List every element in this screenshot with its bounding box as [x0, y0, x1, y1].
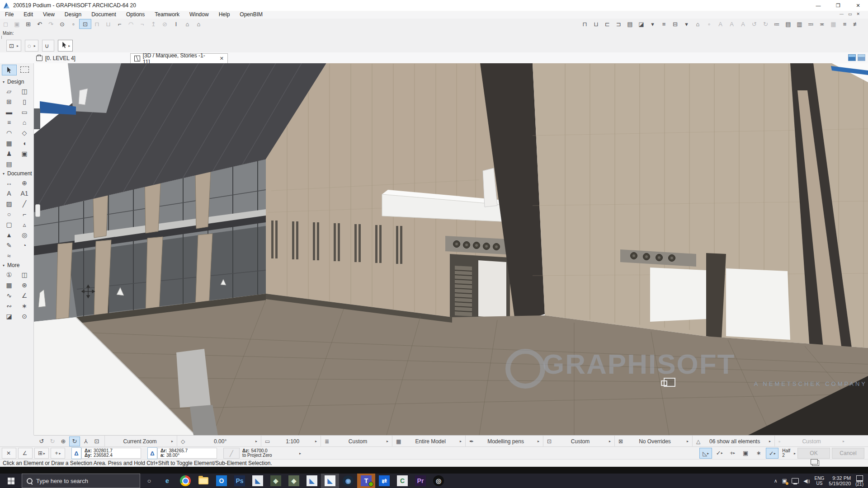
refresh-a-icon[interactable]: ∘	[703, 19, 715, 28]
arrow-select-tool[interactable]	[2, 65, 17, 75]
layer-combo-icon[interactable]: ⊐	[613, 19, 624, 28]
organizer-icon[interactable]: ≡	[658, 19, 670, 28]
format-strike-icon[interactable]: ≢	[850, 19, 862, 28]
fillet-icon[interactable]: ◠	[125, 19, 137, 28]
fill-tool[interactable]: ▨	[1, 198, 17, 209]
beam-tool[interactable]: ▬	[1, 107, 17, 117]
photoshop-icon[interactable]: Ps	[231, 474, 249, 488]
save-caret-icon[interactable]: ▾	[681, 19, 692, 28]
text-a3-icon[interactable]: A	[737, 19, 749, 28]
premiere-icon[interactable]: Pr	[411, 474, 429, 488]
level-dimension-tool[interactable]: ⊕	[17, 178, 32, 188]
elevation-marker-tool[interactable]: ▲	[1, 230, 17, 240]
language-indicator[interactable]: ENGUS	[815, 476, 825, 486]
tab-level-4[interactable]: [0. LEVEL 4]	[33, 53, 128, 63]
office-app-icon[interactable]: C	[393, 474, 411, 488]
curtain-wall-tool[interactable]: ▦	[1, 138, 17, 148]
building-materials-icon[interactable]: ⌂	[193, 19, 204, 28]
delta-ra-badge[interactable]: Δ	[147, 447, 157, 459]
shell-tool[interactable]: ◠	[1, 127, 17, 138]
teams-icon[interactable]: T	[357, 474, 375, 488]
window-stack-icon[interactable]	[812, 460, 819, 466]
origin-icon[interactable]: +▸	[726, 448, 738, 458]
twinmotion-icon-2[interactable]: ◆	[285, 474, 303, 488]
marquee-mode-icon[interactable]: ⊡▸	[6, 40, 21, 52]
hotspot-tool[interactable]: ∗	[17, 300, 32, 311]
layer-settings-icon[interactable]: ⊔	[590, 19, 602, 28]
tab-3d-marquee[interactable]: [3D / Marquee, Stories -1-11] ✕	[130, 53, 228, 63]
tray-chevron-icon[interactable]: ∧	[774, 478, 778, 484]
resize-icon[interactable]: ⊘	[159, 19, 170, 28]
archicad-icon-3[interactable]: ◣	[321, 474, 339, 488]
angle-dimension-tool[interactable]: ∠	[17, 290, 32, 300]
navigator-icon[interactable]	[848, 54, 856, 61]
favorites-icon[interactable]: ⌂	[182, 19, 193, 28]
model-view-select[interactable]: ⊡Custom▸	[543, 436, 614, 447]
twinmotion-icon[interactable]: ◆	[267, 474, 285, 488]
grid-snap-icon[interactable]: ⊞▸	[34, 448, 49, 459]
mdi-close-icon[interactable]: ✕	[856, 12, 860, 16]
text-a2-icon[interactable]: A	[726, 19, 737, 28]
section-header-design[interactable]: ▾ Design	[0, 77, 33, 86]
delta-xy-badge[interactable]: Δ	[71, 447, 81, 459]
walk-mode-icon[interactable]: Y	[81, 437, 91, 446]
taskbar-clock[interactable]: 9:32 PM 5/19/2020	[829, 475, 851, 486]
snap-points-icon[interactable]: +▸	[51, 448, 65, 459]
home-story-icon[interactable]: ⌂	[692, 19, 703, 28]
lamp-tool[interactable]: ⊛	[17, 280, 32, 290]
undo-icon[interactable]: ↶	[34, 19, 45, 28]
zoom-in-icon[interactable]: ⊕	[58, 437, 68, 446]
text-tool[interactable]: A	[1, 188, 17, 198]
mesh-snap-icon[interactable]: ✕	[2, 448, 16, 459]
section-marker-tool[interactable]: ◎	[17, 230, 32, 240]
profile-icon[interactable]: Ⅰ	[170, 19, 182, 28]
menu-help[interactable]: Help	[214, 11, 235, 19]
mesh-tool[interactable]: ▤	[1, 159, 17, 169]
worksheet-tool[interactable]: ✎	[1, 240, 17, 250]
fit-in-window-icon[interactable]: ⊡	[92, 437, 102, 446]
relative-coords-icon[interactable]: ✓▸	[713, 448, 725, 458]
settings-transfer-icon[interactable]: ⊞	[23, 19, 34, 28]
snap-guides-icon[interactable]: ✓▸	[766, 448, 778, 459]
label-tool[interactable]: A1	[17, 188, 32, 198]
marquee-select-tool[interactable]	[18, 65, 32, 75]
ra-coordinate-field[interactable]: Δr:384265.7 a:38.00°	[157, 448, 217, 459]
magnet-snap-icon[interactable]: ∪	[42, 40, 55, 52]
slab-tool[interactable]: ▭	[17, 107, 32, 117]
wall-tool[interactable]: ▱	[1, 86, 17, 96]
magic-wand-icon[interactable]: ∗	[753, 448, 764, 458]
select-all-icon[interactable]: ◻	[0, 19, 11, 28]
close-button[interactable]: ✕	[848, 0, 868, 11]
mdi-restore-icon[interactable]: ▭	[848, 12, 852, 16]
snap-fraction-caret[interactable]: ▸	[794, 451, 796, 455]
rotate-right-icon[interactable]: ↻	[760, 19, 771, 28]
lock-icon[interactable]: ⊓	[91, 19, 103, 28]
palette-grip[interactable]	[35, 204, 40, 217]
tray-app-icon[interactable]: ▣	[782, 478, 787, 484]
change-marker-tool[interactable]: ▵	[17, 219, 32, 230]
line-tool[interactable]: ╱	[17, 198, 32, 209]
lasso-mode-icon[interactable]: ◌▸	[25, 40, 38, 52]
filter-elements-select[interactable]: △06 show all elements▸	[692, 436, 774, 447]
xy-coordinate-field[interactable]: Δx:302801.7 Δy:236582.4	[81, 448, 141, 459]
skylight-tool[interactable]: ◇	[17, 127, 32, 138]
row-minus-icon[interactable]: ≕	[805, 19, 816, 28]
window-tool[interactable]: ⊞	[1, 96, 17, 107]
radial-dimension-tool[interactable]: ∿	[1, 290, 17, 300]
camera-tool[interactable]: ⊙	[17, 311, 32, 321]
suspend-groups-icon[interactable]: ▣	[11, 19, 23, 28]
menu-openbim[interactable]: OpenBIM	[235, 11, 268, 19]
pen-set-select[interactable]: ✒Modelling pens▸	[465, 436, 543, 447]
align-text-icon[interactable]: ≡	[839, 19, 850, 28]
morph-tool[interactable]: ◖	[17, 138, 32, 148]
section-header-more[interactable]: ▾ More	[0, 261, 33, 269]
taskbar-search[interactable]: Type here to search	[22, 474, 140, 488]
menu-edit[interactable]: Edit	[19, 11, 38, 19]
corner-window-tool[interactable]: ◫	[17, 269, 32, 280]
roof-tool[interactable]: ⌂	[17, 117, 32, 127]
orbit-icon[interactable]: ↻	[69, 436, 80, 446]
chrome-icon[interactable]	[176, 474, 194, 488]
jump-back-icon[interactable]: ↺	[37, 437, 47, 446]
guid-icon[interactable]: ▦	[828, 19, 839, 28]
explorer-icon[interactable]	[194, 474, 212, 488]
